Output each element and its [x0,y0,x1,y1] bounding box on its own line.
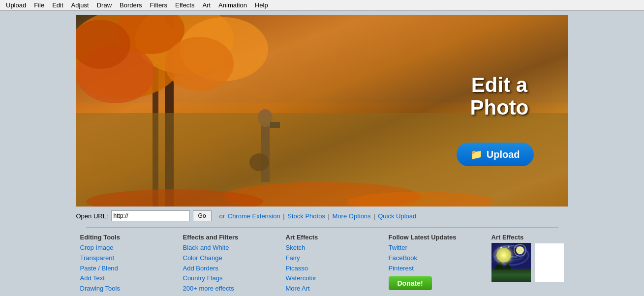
footer-link-color-change[interactable]: Color Change [183,253,278,264]
menu-draw[interactable]: Draw [93,0,116,10]
edit-photo-title: Edit a Photo [470,74,529,119]
separator2: | [328,212,332,220]
url-links: or Chrome Extension | Stock Photos | Mor… [218,212,417,220]
footer-link-black-white[interactable]: Black and White [183,243,278,253]
donate-button[interactable]: Donate! [389,276,432,290]
svg-point-29 [498,255,499,256]
footer-link-watercolor[interactable]: Watercolor [286,273,381,284]
menu-animation[interactable]: Animation [215,0,251,10]
footer-link-facebook[interactable]: FaceBook [389,253,484,264]
effects-filters-heading: Effects and Filters [183,234,278,241]
footer-link-fairy[interactable]: Fairy [286,253,381,264]
art-effects-thumbnail[interactable] [491,243,531,282]
svg-point-28 [508,246,509,248]
menu-borders[interactable]: Borders [116,0,146,10]
menu-help[interactable]: Help [251,0,272,10]
footer-link-twitter[interactable]: Twitter [389,243,484,253]
footer-link-paste-blend[interactable]: Paste / Blend [80,264,175,274]
url-bar: Open URL: Go or Chrome Extension | Stock… [76,207,568,225]
stock-photos-link[interactable]: Stock Photos [287,212,325,220]
footer-link-pinterest[interactable]: Pinterest [389,264,484,274]
footer-divider [86,227,558,228]
menu-adjust[interactable]: Adjust [67,0,93,10]
svg-point-27 [500,247,502,249]
menu-upload[interactable]: Upload [2,0,30,10]
art-effects-thumb-heading: Art Effects [491,234,564,241]
quick-upload-link[interactable]: Quick Upload [378,212,416,220]
footer-link-country-flags[interactable]: Country Flags [183,273,278,284]
footer-link-sketch[interactable]: Sketch [286,243,381,253]
svg-point-12 [165,37,234,91]
menu-edit[interactable]: Edit [48,0,67,10]
upload-button[interactable]: 📁 Upload [457,143,534,166]
footer-link-drawing-tools[interactable]: Drawing Tools [80,284,175,294]
url-label: Open URL: [76,212,108,220]
svg-rect-31 [491,270,531,282]
footer-link-picasso[interactable]: Picasso [286,264,381,274]
main-content: Edit a Photo 📁 Upload Open URL: Go or Ch… [0,11,644,296]
chrome-extension-link[interactable]: Chrome Extension [228,212,280,220]
footer-col-effects-filters: Effects and Filters Black and White Colo… [179,234,282,294]
url-input[interactable] [111,210,190,221]
or-text: or [219,212,225,220]
footer-col-social: Follow Latest Updates Twitter FaceBook P… [385,234,488,294]
footer-col-art-effects: Art Effects Sketch Fairy Picasso Waterco… [282,234,385,294]
footer-link-crop-image[interactable]: Crop Image [80,243,175,253]
go-button[interactable]: Go [193,210,212,221]
footer-link-more-art[interactable]: More Art [286,284,381,294]
footer-col-art-thumbnail: Art Effects [488,234,568,294]
menu-effects[interactable]: Effects [171,0,199,10]
white-preview-box [535,243,564,282]
footer-link-more-effects[interactable]: 200+ more effects [183,284,278,294]
editing-tools-heading: Editing Tools [80,234,175,241]
footer-col-editing-tools: Editing Tools Crop Image Transparent Pas… [76,234,179,294]
separator1: | [283,212,286,220]
footer-link-transparent[interactable]: Transparent [80,253,175,264]
art-effects-col3-heading: Art Effects [286,234,381,241]
footer-link-add-text[interactable]: Add Text [80,273,175,284]
menu-filters[interactable]: Filters [146,0,171,10]
menu-art[interactable]: Art [198,0,215,10]
menubar: Upload File Edit Adjust Draw Borders Fil… [0,0,644,11]
more-options-link[interactable]: More Options [333,212,371,220]
folder-icon: 📁 [470,148,483,160]
separator3: | [373,212,377,220]
menu-file[interactable]: File [30,0,48,10]
footer: Editing Tools Crop Image Transparent Pas… [76,230,568,296]
hero-container: Edit a Photo 📁 Upload [76,15,568,207]
social-heading: Follow Latest Updates [389,234,484,241]
footer-link-add-borders[interactable]: Add Borders [183,264,278,274]
